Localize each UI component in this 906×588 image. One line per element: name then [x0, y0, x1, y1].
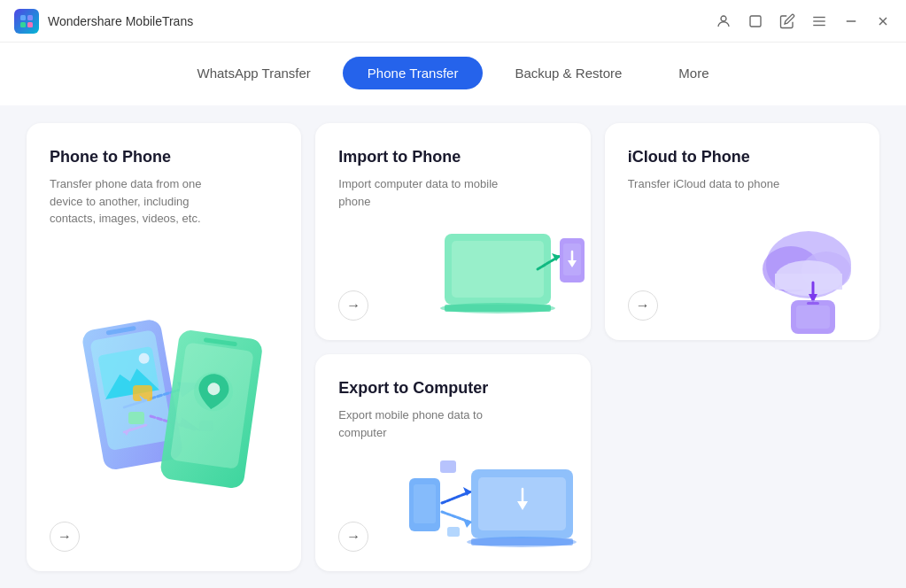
- svg-rect-1: [27, 15, 33, 20]
- svg-rect-46: [414, 484, 436, 523]
- tab-more[interactable]: More: [654, 57, 733, 89]
- svg-rect-55: [447, 527, 460, 537]
- card-phone-to-phone-title: Phone to Phone: [50, 148, 278, 166]
- svg-rect-5: [750, 16, 761, 27]
- card-import-desc: Import computer data to mobile phone: [338, 175, 515, 210]
- svg-rect-19: [128, 412, 144, 424]
- app-name: Wondershare MobileTrans: [48, 14, 193, 28]
- svg-point-4: [721, 16, 726, 21]
- card-icloud-arrow[interactable]: →: [628, 290, 658, 321]
- svg-rect-2: [20, 22, 26, 27]
- tab-whatsapp-transfer[interactable]: WhatsApp Transfer: [172, 57, 335, 89]
- menu-icon[interactable]: [810, 12, 828, 30]
- svg-rect-52: [471, 538, 573, 545]
- card-icloud-title: iCloud to Phone: [628, 148, 856, 166]
- card-phone-to-phone[interactable]: Phone to Phone Transfer phone data from …: [27, 123, 301, 571]
- card-phone-to-phone-desc: Transfer phone data from one device to a…: [50, 175, 227, 228]
- close-icon[interactable]: [874, 12, 892, 30]
- window-icon[interactable]: [747, 12, 764, 30]
- card-export-arrow[interactable]: →: [338, 522, 368, 552]
- main-content: Phone to Phone Transfer phone data from …: [0, 105, 906, 588]
- edit-icon[interactable]: [778, 12, 796, 30]
- card-phone-to-phone-arrow[interactable]: →: [50, 522, 80, 552]
- app-logo: [14, 9, 39, 34]
- profile-icon[interactable]: [715, 12, 732, 30]
- svg-rect-43: [796, 306, 830, 329]
- card-import-arrow[interactable]: →: [338, 290, 368, 321]
- card-import-title: Import to Phone: [338, 148, 567, 166]
- title-bar: Wondershare MobileTrans: [0, 0, 906, 43]
- tab-backup-restore[interactable]: Backup & Restore: [490, 57, 647, 89]
- card-export-to-computer[interactable]: Export to Computer Export mobile phone d…: [315, 354, 590, 571]
- svg-rect-54: [440, 460, 456, 473]
- card-icloud-to-phone[interactable]: iCloud to Phone Transfer iCloud data to …: [605, 123, 879, 340]
- svg-rect-29: [452, 241, 544, 298]
- tab-phone-transfer[interactable]: Phone Transfer: [343, 57, 484, 89]
- nav-bar: WhatsApp Transfer Phone Transfer Backup …: [0, 43, 906, 105]
- card-import-to-phone[interactable]: Import to Phone Import computer data to …: [315, 123, 590, 340]
- card-export-title: Export to Computer: [338, 379, 567, 398]
- card-icloud-desc: Transfer iCloud data to phone: [628, 175, 805, 193]
- svg-rect-0: [20, 15, 26, 20]
- minimize-icon[interactable]: [842, 12, 860, 30]
- svg-rect-31: [445, 305, 551, 312]
- title-bar-right: [715, 12, 892, 30]
- svg-rect-3: [27, 22, 33, 27]
- svg-rect-44: [807, 302, 819, 305]
- svg-rect-40: [775, 274, 842, 290]
- title-bar-left: Wondershare MobileTrans: [14, 9, 193, 34]
